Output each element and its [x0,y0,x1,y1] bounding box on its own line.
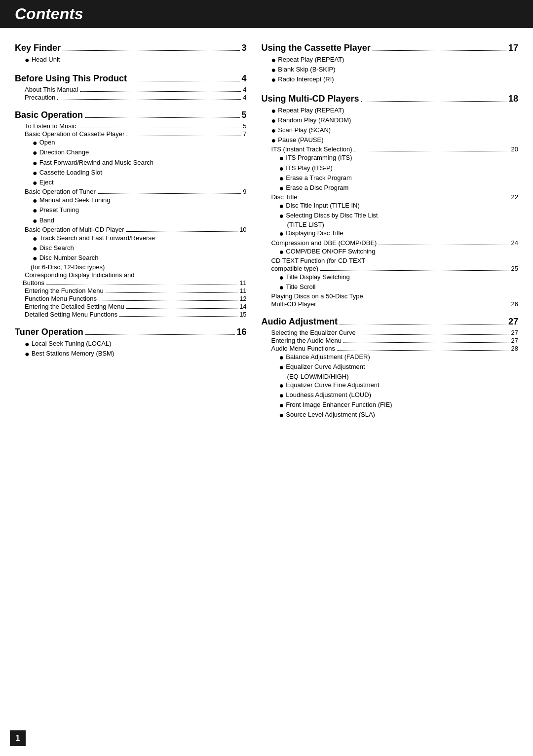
page-num: 24 [511,239,518,247]
page-num: 14 [239,303,246,310]
item-text: Balance Adjustment (FADER) [286,353,518,361]
list-item: About This Manual 4 [15,86,247,93]
list-item: Corresponding Display Indications and [15,271,247,279]
item-text: Disc Title Input (TITLE IN) [286,201,518,210]
list-item: ● Balance Adjustment (FADER) [262,353,518,362]
dots [318,306,509,306]
item-text: Open [39,138,247,147]
list-item: ● Random Play (RANDOM) [262,116,518,125]
list-item: ● Equalizer Curve Adjustment [262,362,518,372]
dots [320,270,509,271]
page-num: 7 [243,130,246,138]
dots [354,151,509,151]
item-text: Basic Operation of Cassette Player [25,130,124,138]
dots [57,99,241,100]
list-item: Compression and DBE (COMP/DBE) 24 [262,239,518,247]
section-label: Audio Adjustment [262,317,338,327]
item-text: Disc Title [271,193,298,201]
bullet-icon: ● [33,196,38,205]
page-num: 22 [511,193,518,201]
list-item: ● Repeat Play (REPEAT) [262,55,518,65]
section-multicd-players: Using Multi-CD Players 18 ● Repeat Play … [262,94,518,308]
bullet-icon: ● [279,353,284,362]
item-text: Head Unit [32,55,247,64]
item-text: About This Manual [25,86,78,93]
item-text: Buttons [23,279,44,287]
list-item: ● Track Search and Fast Forward/Reverse [15,234,247,243]
dots [343,342,509,343]
list-item: ● Disc Search [15,244,247,253]
bullet-icon: ● [271,55,276,65]
bullet-icon: ● [271,116,276,125]
item-text: ITS Play (ITS-P) [286,164,518,173]
bullet-icon: ● [271,65,276,74]
item-text: Source Level Adjustment (SLA) [286,410,518,419]
item-text: Repeat Play (REPEAT) [278,106,518,115]
bullet-icon: ● [33,168,38,178]
dots [379,245,509,245]
dots [119,316,237,317]
list-item: ● Erase a Disc Program [262,183,518,193]
page-number: 1 [10,730,26,746]
page-num: 12 [239,295,246,302]
item-text: Title Scroll [286,283,518,291]
list-item: ITS (Instant Track Selection) 20 [262,145,518,153]
item-text: Track Search and Fast Forward/Reverse [39,234,247,243]
dots [373,50,506,51]
list-item: ● Erase a Track Program [262,174,518,183]
list-item: CD TEXT Function (for CD TEXT [262,257,518,264]
dots [340,324,506,324]
page-number-text: 1 [16,734,20,743]
list-item: ● Selecting Discs by Disc Title List [262,211,518,220]
list-item: Entering the Detailed Setting Menu 14 [15,303,247,310]
bullet-icon: ● [33,158,38,168]
section-label: Before Using This Product [15,73,127,84]
item-text: Playing Discs on a 50-Disc Type [271,292,363,300]
section-label: Using Multi-CD Players [262,94,359,104]
page-num: 9 [243,188,246,195]
list-item: ● Pause (PAUSE) [262,136,518,145]
page-num: 27 [511,337,518,344]
page-num: 17 [508,43,518,53]
page-num: 4 [243,94,246,101]
dots [98,193,241,194]
list-item: Basic Operation of Multi-CD Player 10 [15,226,247,233]
page-num: 15 [239,311,246,318]
bullet-icon: ● [33,244,38,253]
list-item: ● Equalizer Curve Fine Adjustment [262,381,518,390]
item-text: Scan Play (SCAN) [278,126,518,135]
list-item: ● ITS Play (ITS-P) [262,164,518,173]
item-text: Direction Change [39,148,247,157]
right-column: Using the Cassette Player 17 ● Repeat Pl… [257,43,518,420]
list-item: Multi-CD Player 26 [262,300,518,308]
bullet-icon: ● [279,273,284,282]
section-audio-adjustment: Audio Adjustment 27 Selecting the Equali… [262,317,518,420]
list-item: Basic Operation of Tuner 9 [15,188,247,195]
item-text: Precaution [25,94,55,101]
bullet-icon: ● [33,138,38,147]
list-item: ● Fast Forward/Rewind and Music Search [15,158,247,168]
section-heading-tuner-operation: Tuner Operation 16 [15,327,247,337]
bullet-icon: ● [25,339,30,349]
item-text: compatible type) [271,265,318,272]
section-label: Using the Cassette Player [262,43,371,53]
list-item: ● Front Image Enhancer Function (FIE) [262,400,518,410]
item-text: Basic Operation of Tuner [25,188,96,195]
item-text: Pause (PAUSE) [278,136,518,144]
dots [85,117,240,118]
header-banner: Contents [0,0,533,28]
item-text: Audio Menu Functions [271,345,335,352]
section-heading-basic-operation: Basic Operation 5 [15,110,247,120]
list-item: ● Blank Skip (B-SKIP) [262,65,518,74]
list-item: ● Title Scroll [262,283,518,292]
dots [361,101,506,102]
section-cassette-player: Using the Cassette Player 17 ● Repeat Pl… [262,43,518,85]
item-text: Displaying Disc Title [286,229,518,238]
item-text: Front Image Enhancer Function (FIE) [286,400,518,409]
list-item: Selecting the Equalizer Curve 27 [262,329,518,336]
dots [106,292,237,293]
content-columns: Key Finder 3 ● Head Unit Before Using Th… [0,43,533,420]
bullet-icon: ● [33,234,38,243]
page-num: 11 [239,279,246,287]
list-item: ● Open [15,138,247,147]
